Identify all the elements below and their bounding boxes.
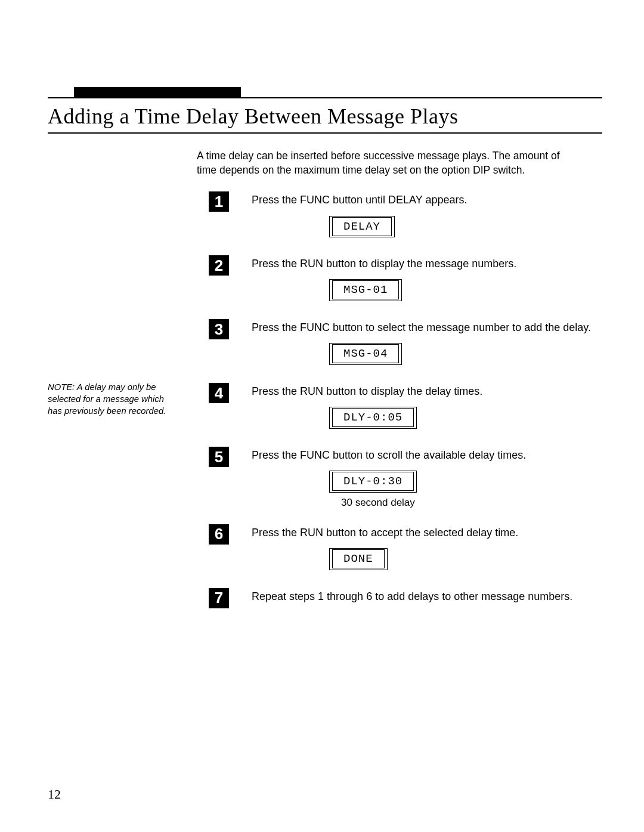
lcd-display: DLY-0:30 <box>329 471 602 493</box>
step-number: 5 <box>209 447 229 467</box>
section-heading-row: Adding a Time Delay Between Message Play… <box>48 104 602 134</box>
lcd-text: DONE <box>332 549 385 568</box>
document-page: Adding a Time Delay Between Message Play… <box>0 0 644 832</box>
header-black-bar <box>74 87 241 98</box>
lcd-display: DONE <box>329 548 602 570</box>
lcd-display: MSG-01 <box>329 279 602 301</box>
step-text: Press the RUN button to accept the selec… <box>252 525 602 540</box>
lcd-caption: 30 second delay <box>341 496 602 510</box>
lcd-text: MSG-04 <box>332 344 399 363</box>
step-body: Press the RUN button to display the mess… <box>252 256 602 305</box>
lcd-display: MSG-04 <box>329 343 602 365</box>
step: 4 Press the RUN button to display the de… <box>209 384 602 432</box>
step-number: 6 <box>209 524 229 545</box>
step-body: Press the RUN button to display the dela… <box>252 384 602 432</box>
step-text: Press the FUNC button to select the mess… <box>252 320 602 335</box>
header-rule-group <box>48 64 602 69</box>
step: 7 Repeat steps 1 through 6 to add delays… <box>209 589 602 608</box>
section-heading: Adding a Time Delay Between Message Play… <box>48 104 602 129</box>
step: 1 Press the FUNC button until DELAY appe… <box>209 193 602 241</box>
step-text: Press the RUN button to display the mess… <box>252 256 602 271</box>
step: 2 Press the RUN button to display the me… <box>209 256 602 305</box>
step-body: Press the FUNC button until DELAY appear… <box>252 193 602 241</box>
page-number: 12 <box>48 787 61 802</box>
step: 3 Press the FUNC button to select the me… <box>209 320 602 369</box>
steps-list: 1 Press the FUNC button until DELAY appe… <box>209 193 602 608</box>
step: 6 Press the RUN button to accept the sel… <box>209 525 602 574</box>
side-note: NOTE: A delay may only be selected for a… <box>48 382 167 417</box>
lcd-display: DLY-0:05 <box>329 407 602 429</box>
step-text: Press the RUN button to display the dela… <box>252 384 602 398</box>
step-text: Repeat steps 1 through 6 to add delays t… <box>252 589 602 604</box>
lcd-display: DELAY <box>329 216 602 238</box>
step-number: 2 <box>209 255 229 276</box>
step-body: Press the FUNC button to select the mess… <box>252 320 602 369</box>
step-number: 4 <box>209 383 229 403</box>
lcd-text: DLY-0:30 <box>332 472 414 491</box>
step-number: 7 <box>209 588 229 608</box>
step-text: Press the FUNC button to scroll the avai… <box>252 448 602 462</box>
step-number: 1 <box>209 191 229 212</box>
intro-paragraph: A time delay can be inserted before succ… <box>197 149 578 177</box>
step-number: 3 <box>209 319 229 339</box>
lcd-text: DELAY <box>332 217 392 236</box>
step-body: Press the FUNC button to scroll the avai… <box>252 448 602 510</box>
step: 5 Press the FUNC button to scroll the av… <box>209 448 602 510</box>
header-rule <box>48 97 602 98</box>
lcd-text: DLY-0:05 <box>332 408 414 427</box>
step-body: Repeat steps 1 through 6 to add delays t… <box>252 589 602 604</box>
lcd-text: MSG-01 <box>332 280 399 299</box>
step-text: Press the FUNC button until DELAY appear… <box>252 193 602 207</box>
step-body: Press the RUN button to accept the selec… <box>252 525 602 574</box>
